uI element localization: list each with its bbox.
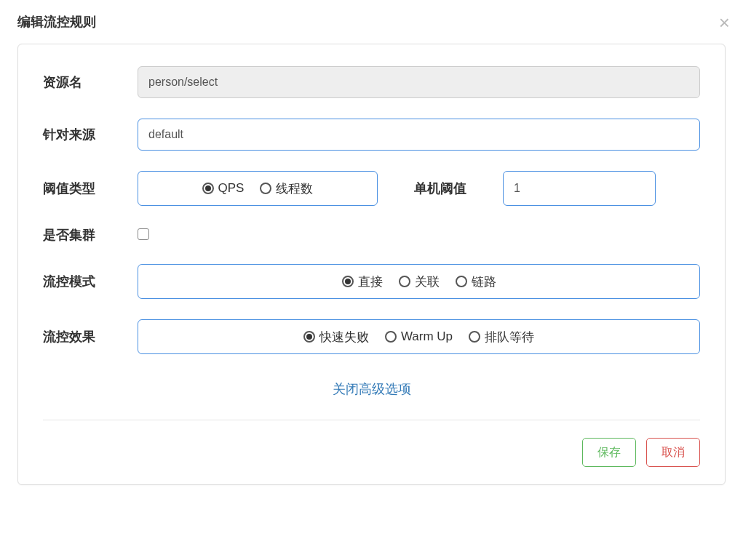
radio-qps[interactable]: QPS — [202, 181, 245, 196]
form-panel: 资源名 针对来源 阈值类型 QPS — [17, 44, 726, 485]
radio-dot-icon — [202, 183, 214, 194]
radio-dot-icon — [342, 276, 354, 287]
row-resource: 资源名 — [43, 66, 700, 98]
radio-dot-icon — [469, 331, 480, 343]
radio-dot-icon — [260, 183, 271, 194]
threshold-value-input[interactable] — [503, 171, 656, 206]
label-effect: 流控效果 — [43, 328, 138, 345]
cancel-button[interactable]: 取消 — [646, 438, 700, 467]
radio-dot-icon — [456, 276, 467, 287]
divider — [43, 420, 700, 420]
label-source: 针对来源 — [43, 126, 138, 143]
radio-effect-queue-label: 排队等待 — [485, 329, 534, 345]
radio-thread-label: 线程数 — [276, 180, 313, 197]
radio-effect-warmup[interactable]: Warm Up — [385, 329, 453, 344]
radio-mode-relate-label: 关联 — [415, 273, 440, 290]
source-input[interactable] — [138, 119, 700, 151]
label-threshold-type: 阈值类型 — [43, 180, 138, 197]
radio-effect-fail[interactable]: 快速失败 — [303, 329, 369, 345]
cluster-checkbox[interactable] — [138, 228, 149, 240]
radio-mode-chain[interactable]: 链路 — [456, 273, 496, 290]
row-cluster: 是否集群 — [43, 226, 700, 244]
close-icon[interactable]: × — [719, 13, 730, 32]
effect-group: 快速失败 Warm Up 排队等待 — [138, 319, 700, 354]
radio-thread[interactable]: 线程数 — [260, 180, 313, 197]
modal-title: 编辑流控规则 — [17, 13, 96, 31]
radio-qps-label: QPS — [218, 181, 245, 196]
label-resource: 资源名 — [43, 73, 138, 91]
row-threshold: 阈值类型 QPS 线程数 单机阈值 — [43, 171, 700, 206]
radio-dot-icon — [385, 331, 397, 343]
label-cluster: 是否集群 — [43, 226, 138, 244]
modal: × 编辑流控规则 资源名 针对来源 阈值类型 QPS — [0, 0, 743, 560]
radio-mode-direct-label: 直接 — [358, 273, 383, 290]
footer: 保存 取消 — [43, 438, 700, 467]
label-threshold-value: 单机阈值 — [378, 180, 503, 197]
advanced-toggle-link[interactable]: 关闭高级选项 — [43, 367, 700, 405]
save-button[interactable]: 保存 — [582, 438, 636, 467]
row-source: 针对来源 — [43, 119, 700, 151]
radio-mode-chain-label: 链路 — [472, 273, 496, 290]
radio-dot-icon — [303, 331, 315, 343]
threshold-type-group: QPS 线程数 — [138, 171, 378, 206]
radio-dot-icon — [399, 276, 410, 287]
radio-effect-warmup-label: Warm Up — [401, 329, 453, 344]
mode-group: 直接 关联 链路 — [138, 264, 700, 299]
row-effect: 流控效果 快速失败 Warm Up 排队等待 — [43, 319, 700, 354]
radio-effect-fail-label: 快速失败 — [319, 329, 369, 345]
modal-header: 编辑流控规则 — [17, 10, 726, 44]
row-mode: 流控模式 直接 关联 链路 — [43, 264, 700, 299]
resource-input — [138, 66, 700, 98]
radio-effect-queue[interactable]: 排队等待 — [469, 329, 534, 345]
label-mode: 流控模式 — [43, 273, 138, 290]
radio-mode-relate[interactable]: 关联 — [399, 273, 440, 290]
radio-mode-direct[interactable]: 直接 — [342, 273, 383, 290]
